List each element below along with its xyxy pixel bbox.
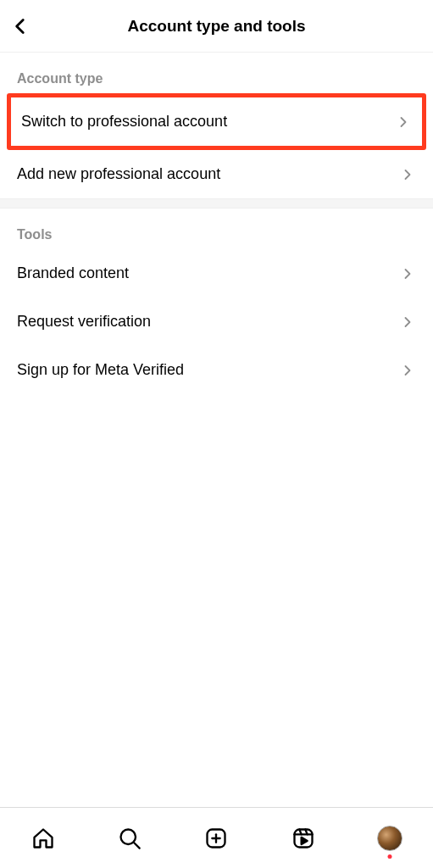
notification-dot [387, 854, 391, 859]
avatar [377, 826, 402, 851]
search-icon [118, 826, 142, 850]
chevron-right-icon [399, 265, 416, 282]
highlight-annotation: Switch to professional account [7, 93, 426, 150]
home-icon [31, 826, 55, 850]
nav-reels[interactable] [288, 823, 319, 854]
list-item-label: Sign up for Meta Verified [17, 361, 399, 379]
meta-verified-item[interactable]: Sign up for Meta Verified [0, 346, 433, 394]
svg-marker-9 [301, 837, 307, 843]
content: Account type Switch to professional acco… [0, 53, 433, 807]
reels-icon [291, 826, 315, 850]
list-item-label: Switch to professional account [21, 113, 395, 131]
chevron-right-icon [399, 314, 416, 331]
chevron-right-icon [395, 114, 412, 131]
back-button[interactable] [8, 14, 32, 38]
nav-create[interactable] [201, 823, 231, 854]
svg-point-0 [121, 829, 136, 844]
list-item-label: Branded content [17, 264, 399, 282]
nav-profile[interactable] [375, 823, 405, 854]
branded-content-item[interactable]: Branded content [0, 249, 433, 298]
section-header-tools: Tools [0, 209, 433, 249]
section-divider [0, 198, 433, 209]
list-item-label: Request verification [17, 313, 399, 331]
chevron-left-icon [9, 15, 31, 37]
request-verification-item[interactable]: Request verification [0, 298, 433, 346]
svg-line-1 [135, 843, 140, 848]
list-item-label: Add new professional account [17, 165, 399, 183]
nav-search[interactable] [114, 823, 145, 854]
add-professional-account-item[interactable]: Add new professional account [0, 150, 433, 198]
chevron-right-icon [399, 362, 416, 379]
chevron-right-icon [399, 166, 416, 183]
switch-professional-account-item[interactable]: Switch to professional account [11, 97, 422, 146]
page-title: Account type and tools [0, 17, 433, 36]
nav-home[interactable] [28, 823, 58, 854]
bottom-nav [0, 807, 433, 868]
header: Account type and tools [0, 0, 433, 53]
plus-square-icon [204, 826, 228, 850]
section-header-account-type: Account type [0, 53, 433, 93]
